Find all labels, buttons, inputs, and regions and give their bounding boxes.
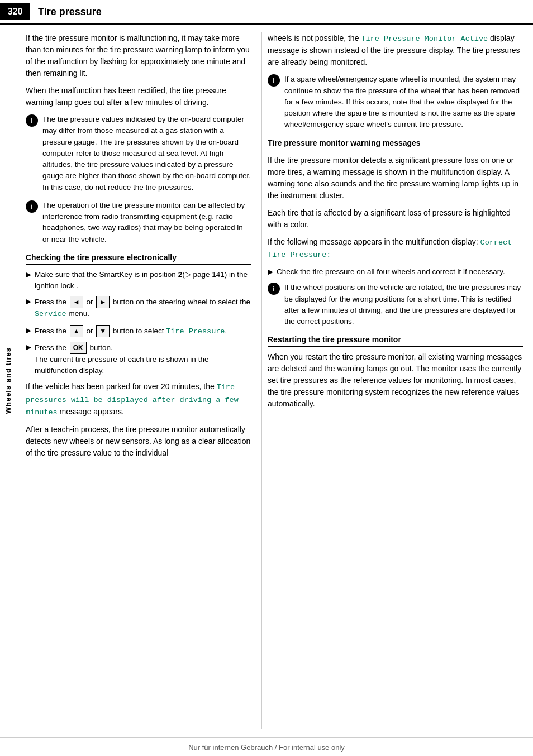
btn-ok: OK [70, 342, 87, 354]
bullet-text-2: Press the ◄ or ► button on the steering … [35, 296, 251, 320]
parked-code: Tire pressures will be displayed after d… [26, 383, 239, 417]
bullet-text-4: Press the OK button.The current tire pre… [35, 342, 251, 377]
info-icon-rotated: i [268, 283, 280, 295]
bullet-text-3: Press the ▲ or ▼ button to select Tire P… [35, 325, 227, 337]
info-icon-2: i [26, 200, 38, 213]
btn-up: ▲ [70, 325, 83, 337]
warning-bullet-arrow-1: ▶ [268, 267, 273, 276]
info-text-rotated: If the wheel positions on the vehicle ar… [284, 282, 523, 327]
intro-para-2: When the malfunction has been rectified,… [26, 85, 251, 108]
restarting-para: When you restart the tire pressure monit… [268, 351, 523, 410]
columns-wrapper: If the tire pressure monitor is malfunct… [16, 25, 533, 737]
warning-section-heading: Tire pressure monitor warning messages [268, 138, 523, 150]
bullet-item-2: ▶ Press the ◄ or ► button on the steerin… [26, 296, 251, 320]
right-column: wheels is not possible, the Tire Pressur… [262, 25, 533, 737]
warning-bullet-text-1: Check the tire pressure on all four whee… [277, 266, 505, 277]
warning-bullet-1: ▶ Check the tire pressure on all four wh… [268, 266, 523, 277]
info-block-rotated: i If the wheel positions on the vehicle … [268, 282, 523, 327]
bullet-arrow-1: ▶ [26, 270, 31, 279]
bullet-item-3: ▶ Press the ▲ or ▼ button to select Tire… [26, 325, 251, 337]
page-container: 320 Tire pressure Wheels and tires If th… [0, 0, 533, 756]
page-footer: Nur für internen Gebrauch / For internal… [0, 737, 533, 756]
info-text-spare: If a spare wheel/emergency spare wheel i… [284, 74, 523, 130]
page-title: Tire pressure [38, 6, 102, 18]
intro-para-1: If the tire pressure monitor is malfunct… [26, 32, 251, 79]
bullet-text-1: Make sure that the SmartKey is in positi… [35, 269, 251, 292]
warning-para-2: Each tire that is affected by a signific… [268, 207, 523, 231]
info-text-1: The tire pressure values indicated by th… [42, 114, 251, 193]
page-number: 320 [0, 3, 30, 20]
bullet-arrow-2: ▶ [26, 297, 31, 305]
left-column: If the tire pressure monitor is malfunct… [16, 25, 261, 737]
btn-down: ▼ [96, 325, 110, 337]
bullet-item-1: ▶ Make sure that the SmartKey is in posi… [26, 269, 251, 292]
info-text-2: The operation of the tire pressure monit… [42, 200, 251, 245]
side-label-container: Wheels and tires [0, 25, 16, 737]
tire-pressure-code: Tire Pressure [166, 327, 225, 336]
service-code: Service [35, 310, 66, 318]
info-block-2: i The operation of the tire pressure mon… [26, 200, 251, 245]
parked-para: If the vehicle has been parked for over … [26, 381, 251, 418]
content-area: Wheels and tires If the tire pressure mo… [0, 25, 533, 737]
restarting-section-heading: Restarting the tire pressure monitor [268, 335, 523, 347]
chapter-label: Wheels and tires [4, 347, 12, 414]
correct-tire-code: Correct Tire Pressure: [268, 238, 512, 259]
info-icon-1: i [26, 114, 38, 127]
warning-para-1: If the tire pressure monitor detects a s… [268, 155, 523, 202]
checking-section-heading: Checking the tire pressure electronicall… [26, 253, 251, 265]
bullet-item-4: ▶ Press the OK button.The current tire p… [26, 342, 251, 377]
info-block-spare: i If a spare wheel/emergency spare wheel… [268, 74, 523, 130]
info-block-1: i The tire pressure values indicated by … [26, 114, 251, 193]
btn-left: ◄ [70, 296, 83, 308]
teach-in-para: After a teach-in process, the tire press… [26, 424, 251, 459]
page-header: 320 Tire pressure [0, 0, 533, 25]
bullet-arrow-3: ▶ [26, 326, 31, 334]
bullet-arrow-4: ▶ [26, 343, 31, 351]
btn-right: ► [96, 296, 110, 308]
info-icon-spare: i [268, 74, 280, 87]
tpma-code: Tire Pressure Monitor Active [361, 35, 488, 43]
right-intro-para: wheels is not possible, the Tire Pressur… [268, 32, 523, 68]
warning-para-3: If the following message appears in the … [268, 236, 523, 261]
